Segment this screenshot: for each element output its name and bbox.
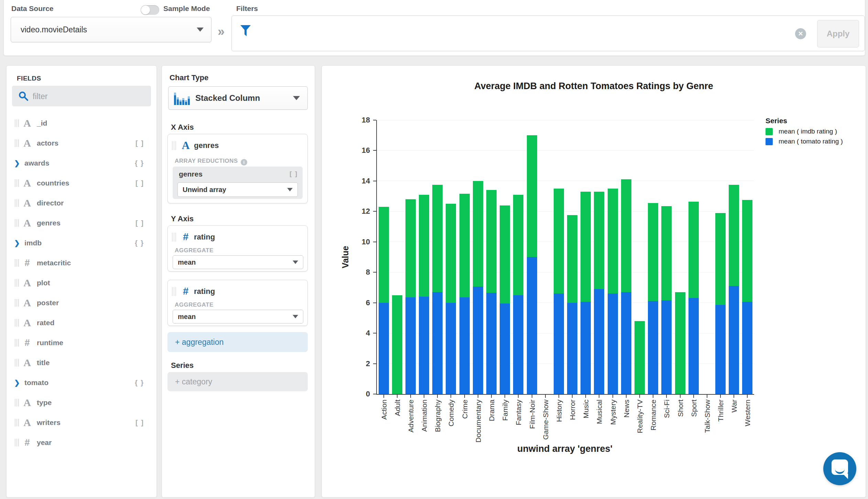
bar-Action-imdb[interactable] bbox=[379, 207, 389, 303]
bar-War-imdb[interactable] bbox=[729, 185, 739, 286]
expand-chevron-icon[interactable]: ❯ bbox=[14, 239, 20, 247]
bar-Adventure-imdb[interactable] bbox=[405, 199, 416, 297]
bar-Fantasy-imdb[interactable] bbox=[513, 195, 523, 295]
bar-Comedy-tomato[interactable] bbox=[446, 303, 456, 394]
chart-type-select[interactable]: Stacked Column bbox=[168, 86, 308, 110]
field-search-input[interactable] bbox=[32, 86, 147, 107]
drag-handle-icon[interactable] bbox=[15, 219, 19, 227]
bar-Musical-imdb[interactable] bbox=[594, 192, 604, 289]
bar-Film-Noir-tomato[interactable] bbox=[527, 257, 537, 394]
bar-Romance-tomato[interactable] bbox=[648, 301, 658, 394]
drag-handle-icon[interactable] bbox=[15, 179, 19, 187]
drag-handle-icon[interactable] bbox=[15, 279, 19, 287]
drag-handle-icon[interactable] bbox=[15, 139, 19, 147]
drag-handle-icon[interactable] bbox=[172, 287, 176, 296]
drag-handle-icon[interactable] bbox=[15, 199, 19, 207]
field-row-rated[interactable]: Arated bbox=[7, 313, 156, 333]
field-row-imdb[interactable]: ❯imdb{ } bbox=[7, 233, 156, 253]
drag-handle-icon[interactable] bbox=[172, 141, 176, 150]
bar-Crime-imdb[interactable] bbox=[459, 194, 470, 297]
bar-Comedy-imdb[interactable] bbox=[446, 204, 456, 302]
bar-History-tomato[interactable] bbox=[554, 294, 564, 394]
field-search-box[interactable] bbox=[12, 86, 151, 106]
bar-Mystery-tomato[interactable] bbox=[608, 294, 618, 394]
field-row-year[interactable]: #year bbox=[7, 433, 156, 453]
bar-Sci-Fi-tomato[interactable] bbox=[661, 300, 672, 394]
bar-Adventure-tomato[interactable] bbox=[405, 297, 416, 394]
bar-Documentary-tomato[interactable] bbox=[473, 287, 483, 394]
sample-mode-toggle[interactable] bbox=[141, 5, 159, 15]
x-axis-field-card[interactable]: A genres ARRAY REDUCTIONSi genres [ ] Un… bbox=[167, 134, 308, 203]
y-axis-field-card[interactable]: # rating AGGREGATE mean bbox=[167, 225, 308, 272]
info-icon[interactable]: i bbox=[241, 159, 247, 166]
bar-Horror-tomato[interactable] bbox=[567, 303, 577, 394]
expand-chevron-icon[interactable]: ❯ bbox=[14, 159, 20, 167]
bar-Action-tomato[interactable] bbox=[379, 303, 389, 394]
drag-handle-icon[interactable] bbox=[15, 319, 19, 327]
bar-Documentary-imdb[interactable] bbox=[473, 181, 483, 287]
drag-handle-icon[interactable] bbox=[15, 259, 19, 267]
filters-input[interactable]: ✕ Apply bbox=[231, 15, 865, 51]
field-row-genres[interactable]: Agenres[ ] bbox=[7, 213, 156, 233]
bar-Biography-imdb[interactable] bbox=[432, 185, 443, 292]
drag-handle-icon[interactable] bbox=[15, 419, 19, 426]
bar-News-tomato[interactable] bbox=[621, 292, 631, 394]
bar-Sport-imdb[interactable] bbox=[688, 202, 699, 298]
add-aggregation-button[interactable]: + aggregation bbox=[167, 332, 308, 352]
clear-filter-icon[interactable]: ✕ bbox=[795, 28, 806, 39]
bar-Fantasy-tomato[interactable] bbox=[513, 295, 523, 394]
field-row-awards[interactable]: ❯awards{ } bbox=[7, 153, 156, 173]
bar-Thriller-imdb[interactable] bbox=[715, 213, 726, 305]
bar-Horror-imdb[interactable] bbox=[567, 215, 577, 302]
bar-Mystery-imdb[interactable] bbox=[608, 189, 618, 294]
bar-Musical-tomato[interactable] bbox=[594, 289, 604, 394]
bar-Drama-tomato[interactable] bbox=[486, 293, 497, 394]
bar-Family-tomato[interactable] bbox=[500, 304, 510, 394]
field-row-plot[interactable]: Aplot bbox=[7, 273, 156, 293]
bar-Animation-imdb[interactable] bbox=[419, 195, 429, 297]
field-row-actors[interactable]: Aactors[ ] bbox=[7, 133, 156, 153]
field-row-_id[interactable]: A_id bbox=[7, 113, 156, 133]
expand-chevron-icon[interactable]: ❯ bbox=[14, 379, 20, 387]
field-row-writers[interactable]: Awriters[ ] bbox=[7, 413, 156, 433]
aggregate-select[interactable]: mean bbox=[173, 310, 303, 323]
field-row-metacritic[interactable]: #metacritic bbox=[7, 253, 156, 273]
bar-Sport-tomato[interactable] bbox=[688, 298, 699, 394]
bar-Western-imdb[interactable] bbox=[742, 200, 752, 302]
bar-History-imdb[interactable] bbox=[554, 189, 564, 294]
bar-Animation-tomato[interactable] bbox=[419, 297, 429, 394]
bar-Adult-imdb[interactable] bbox=[392, 295, 402, 394]
bar-Sci-Fi-imdb[interactable] bbox=[661, 206, 672, 300]
drag-handle-icon[interactable] bbox=[15, 439, 19, 446]
field-row-tomato[interactable]: ❯tomato{ } bbox=[7, 373, 156, 393]
chat-widget-button[interactable] bbox=[823, 452, 856, 485]
drag-handle-icon[interactable] bbox=[15, 339, 19, 347]
aggregate-select[interactable]: mean bbox=[173, 255, 303, 269]
bar-Drama-imdb[interactable] bbox=[486, 190, 497, 293]
bar-Family-imdb[interactable] bbox=[500, 205, 510, 304]
data-source-select[interactable]: video.movieDetails bbox=[11, 17, 211, 42]
field-row-title[interactable]: Atitle bbox=[7, 353, 156, 373]
drag-handle-icon[interactable] bbox=[15, 119, 19, 127]
bar-Music-tomato[interactable] bbox=[581, 302, 591, 394]
bar-Film-Noir-imdb[interactable] bbox=[527, 135, 537, 257]
field-row-runtime[interactable]: #runtime bbox=[7, 333, 156, 353]
bar-Biography-tomato[interactable] bbox=[432, 292, 443, 394]
add-category-button[interactable]: + category bbox=[167, 372, 308, 391]
bar-Thriller-tomato[interactable] bbox=[715, 305, 726, 394]
drag-handle-icon[interactable] bbox=[15, 299, 19, 307]
field-row-countries[interactable]: Acountries[ ] bbox=[7, 173, 156, 193]
bar-Music-imdb[interactable] bbox=[581, 192, 591, 302]
field-row-director[interactable]: Adirector bbox=[7, 193, 156, 213]
reduction-method-select[interactable]: Unwind array bbox=[177, 182, 298, 197]
bar-War-tomato[interactable] bbox=[729, 286, 739, 394]
bar-Western-tomato[interactable] bbox=[742, 302, 752, 394]
y-axis-field-card[interactable]: # rating AGGREGATE mean bbox=[167, 280, 308, 326]
field-row-type[interactable]: Atype bbox=[7, 393, 156, 413]
bar-Crime-tomato[interactable] bbox=[459, 297, 470, 394]
drag-handle-icon[interactable] bbox=[172, 233, 176, 242]
drag-handle-icon[interactable] bbox=[15, 359, 19, 367]
bar-News-imdb[interactable] bbox=[621, 179, 631, 292]
bar-Short-imdb[interactable] bbox=[675, 292, 685, 394]
bar-Reality-TV-imdb[interactable] bbox=[634, 321, 645, 394]
